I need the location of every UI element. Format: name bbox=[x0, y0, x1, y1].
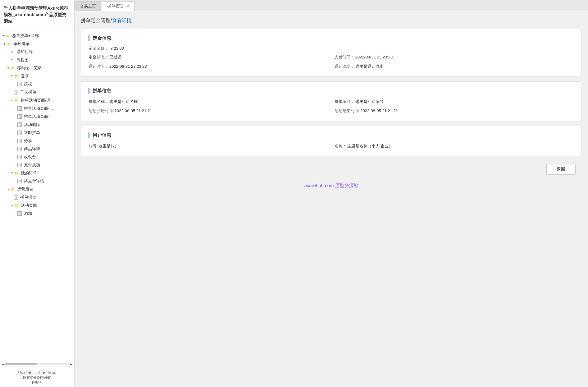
horizontal-scrollbar[interactable]: ◀ ▶ bbox=[0, 362, 74, 366]
sidebar-item-item19[interactable]: ▼📁运营后台 bbox=[0, 185, 74, 193]
sidebar-item-label-item13: 分享 bbox=[24, 138, 32, 144]
sidebar-item-item8[interactable]: ▼📁拼单活动页面-进... bbox=[0, 96, 74, 104]
sidebar-item-item1[interactable]: ▼📁单独拼单 bbox=[0, 40, 74, 48]
content-area: 拼单定金管理/查看详情 定金信息 定金金额： ¥ 23.00 定金状态： 已退还… bbox=[75, 11, 588, 387]
deposit-info-grid: 定金状态： 已退还 支付时间： 2022-08-31 23:23:23 退还时间… bbox=[89, 54, 574, 70]
main-area: 交易主页 拼单管理 ✕ 拼单定金管理/查看详情 定金信息 定金金额： ¥ 23.… bbox=[75, 0, 588, 387]
sidebar-item-item11[interactable]: 目活动删除 bbox=[0, 121, 74, 129]
breadcrumb-link[interactable]: 查看详情 bbox=[112, 18, 132, 23]
sidebar-item-root1[interactable]: ▼📁总量拼单+阶梯 bbox=[0, 32, 74, 40]
page-icon-item22: 目 bbox=[17, 211, 22, 216]
sidebar-item-item14[interactable]: 目商品详情 bbox=[0, 145, 74, 153]
sidebar-item-label-item10: 拼单活动页面- bbox=[24, 114, 49, 119]
deposit-refund-time-label: 退还时间： bbox=[89, 64, 109, 69]
sidebar-item-item13[interactable]: 目分享 bbox=[0, 137, 74, 145]
sidebar-item-label-item5: 登录 bbox=[21, 73, 29, 79]
deposit-status-label: 定金状态： bbox=[89, 54, 109, 60]
page-icon-item14: 目 bbox=[17, 147, 22, 151]
sidebar-item-item22[interactable]: 目添加 bbox=[0, 210, 74, 218]
return-button[interactable]: 返回 bbox=[546, 164, 576, 175]
user-name-row: 名称： 这里是名称（个人/企业） bbox=[335, 143, 574, 150]
sidebar-item-item17[interactable]: ▼📁我的订单 bbox=[0, 169, 74, 177]
order-name-value: 这里是活动名称 bbox=[109, 99, 138, 104]
return-area: 返回 bbox=[81, 161, 582, 178]
folder-triangle-item4: ▼ bbox=[7, 67, 10, 70]
sidebar-tree: ▼📁总量拼单+阶梯▼📁单独拼单目增加功能目流程图▼📁移动端—买家▼📁登录目授权目… bbox=[0, 30, 74, 362]
order-number-value: 这里是活动编号 bbox=[355, 99, 384, 104]
sidebar-item-item4[interactable]: ▼📁移动端—买家 bbox=[0, 64, 74, 72]
tab-1[interactable]: 拼单管理 ✕ bbox=[102, 1, 134, 11]
user-account-label: 账号: bbox=[89, 143, 98, 149]
sidebar-title: 千人拼单电商活动管理Axure原型模板_axurehub.com产品原型资源站 bbox=[0, 0, 74, 30]
deposit-status-value: 已退还 bbox=[109, 54, 121, 60]
scroll-left-arrow[interactable]: ◀ bbox=[1, 362, 5, 366]
folder-icon-item4: 📁 bbox=[11, 66, 15, 70]
deposit-section-title: 定金信息 bbox=[89, 35, 574, 41]
order-start-time-value: 2022-08-05 21:21:21 bbox=[115, 108, 152, 113]
sidebar-item-label-item7: 千人拼单 bbox=[20, 90, 36, 95]
tab-0[interactable]: 交易主页 bbox=[75, 1, 101, 11]
sidebar-item-item12[interactable]: 目立即拼单 bbox=[0, 129, 74, 137]
folder-icon-item21: 📁 bbox=[14, 203, 19, 208]
folder-triangle-item5: ▼ bbox=[11, 75, 14, 78]
sidebar-item-item15[interactable]: 目收银台 bbox=[0, 153, 74, 161]
order-start-time-row: 活动开始时间: 2022-08-05 21:21:21 bbox=[89, 108, 328, 114]
sidebar-item-item16[interactable]: 目支付成功 bbox=[0, 161, 74, 169]
sidebar-item-item2[interactable]: 目增加功能 bbox=[0, 48, 74, 56]
deposit-pay-time-value: 2022-08-31 23:23:23 bbox=[355, 55, 393, 59]
order-section-title: 拼单信息 bbox=[89, 88, 574, 94]
page-icon-item9: 目 bbox=[17, 106, 22, 111]
deposit-refund-time-row: 退还时间： 2022-08-31 23:23:23 bbox=[89, 63, 328, 70]
sidebar-item-item10[interactable]: 目拼单活动页面- bbox=[0, 113, 74, 121]
sidebar-item-item7[interactable]: 目千人拼单 bbox=[0, 88, 74, 96]
order-end-time-value: 2022-08-05 21:21:21 bbox=[360, 108, 398, 113]
deposit-card: 定金信息 定金金额： ¥ 23.00 定金状态： 已退还 支付时间： 2022-… bbox=[81, 29, 582, 76]
page-icon-item16: 目 bbox=[17, 163, 22, 167]
deposit-amount-value: ¥ 23.00 bbox=[111, 46, 124, 51]
order-number-label: 拼单编号： bbox=[335, 99, 355, 104]
sidebar-item-label-item18: 待支付详情 bbox=[24, 178, 44, 184]
tab-1-close[interactable]: ✕ bbox=[126, 4, 129, 8]
sidebar-item-item3[interactable]: 目流程图 bbox=[0, 56, 74, 64]
folder-icon-item5: 📁 bbox=[14, 74, 19, 78]
deposit-refund-time-value: 2022-08-31 23:23:23 bbox=[109, 64, 147, 69]
sidebar-item-item20[interactable]: 目拼单活动 bbox=[0, 193, 74, 201]
sidebar-item-label-item9: 拼单活动页面-... bbox=[24, 106, 53, 111]
order-end-time-row: 活动结束时间: 2022-08-05 21:21:21 bbox=[335, 108, 574, 114]
sidebar-item-item5[interactable]: ▼📁登录 bbox=[0, 72, 74, 80]
deposit-pay-time-label: 支付时间： bbox=[335, 54, 355, 60]
user-info-grid: 账号: 这里是账户 名称： 这里是名称（个人/企业） bbox=[89, 143, 574, 150]
sidebar-item-label-item20: 拼单活动 bbox=[20, 195, 36, 200]
folder-triangle-item19: ▼ bbox=[7, 188, 10, 191]
sidebar-item-label-item2: 增加功能 bbox=[16, 49, 33, 55]
sidebar-item-label-item11: 活动删除 bbox=[24, 122, 40, 127]
sidebar-item-item18[interactable]: 目待支付详情 bbox=[0, 177, 74, 185]
left-key: ◀ bbox=[26, 370, 32, 375]
scrollbar-track[interactable] bbox=[5, 363, 69, 365]
sidebar-bottom: Use ◀ and ▶ keys to move between pages bbox=[0, 366, 74, 387]
page-icon-item3: 目 bbox=[10, 58, 14, 62]
user-account-value: 这里是账户 bbox=[98, 143, 119, 149]
folder-icon-item1: 📁 bbox=[7, 42, 11, 46]
right-key: ▶ bbox=[41, 370, 47, 375]
page-icon-item12: 目 bbox=[17, 131, 22, 135]
sidebar-item-item21[interactable]: ▼📁活动页面 bbox=[0, 201, 74, 210]
folder-triangle-item8: ▼ bbox=[11, 99, 14, 102]
user-account-row: 账号: 这里是账户 bbox=[89, 143, 328, 150]
scroll-right-arrow[interactable]: ▶ bbox=[69, 362, 73, 366]
deposit-refund-flow-value: 这里是退还流水 bbox=[355, 64, 384, 69]
page-icon-item6: 目 bbox=[17, 82, 22, 86]
sidebar-item-item9[interactable]: 目拼单活动页面-... bbox=[0, 104, 74, 113]
order-number-row: 拼单编号： 这里是活动编号 bbox=[335, 98, 574, 105]
user-card: 用户信息 账号: 这里是账户 名称： 这里是名称（个人/企业） bbox=[81, 126, 582, 156]
page-breadcrumb: 拼单定金管理/查看详情 bbox=[81, 17, 582, 24]
nav-hint-use: Use bbox=[18, 371, 25, 375]
order-name-row: 拼单名称： 这里是活动名称 bbox=[89, 98, 328, 105]
sidebar-item-label-item1: 单独拼单 bbox=[13, 41, 30, 47]
folder-triangle-item17: ▼ bbox=[11, 172, 14, 175]
sidebar-item-label-item17: 我的订单 bbox=[21, 170, 37, 176]
sidebar-item-item6[interactable]: 目授权 bbox=[0, 80, 74, 88]
order-info-grid: 拼单名称： 这里是活动名称 拼单编号： 这里是活动编号 活动开始时间: 2022… bbox=[89, 98, 574, 114]
sidebar: 千人拼单电商活动管理Axure原型模板_axurehub.com产品原型资源站 … bbox=[0, 0, 75, 387]
sidebar-item-label-item22: 添加 bbox=[24, 211, 32, 216]
